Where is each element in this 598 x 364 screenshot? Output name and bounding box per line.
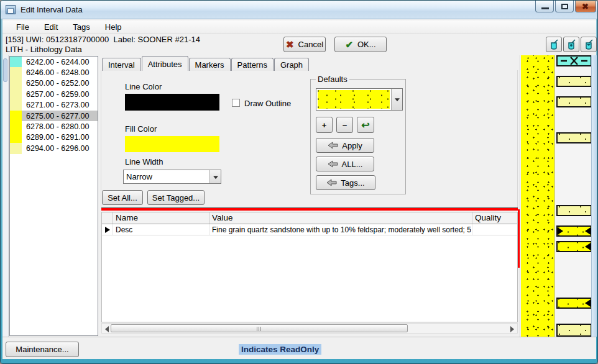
list-item[interactable]: 6275.00 - 6277.00 — [10, 111, 98, 121]
well-marker-icon — [566, 39, 576, 50]
default-pattern-select[interactable] — [316, 88, 403, 111]
lithology-interval-box[interactable] — [556, 225, 592, 237]
minimize-button[interactable] — [535, 1, 554, 12]
name-column-header: Name — [113, 212, 209, 224]
lithology-fill-column — [521, 55, 555, 337]
value-cell[interactable]: Fine grain quartz sandstone with up to 1… — [209, 224, 472, 235]
arrow-left-icon — [328, 160, 338, 168]
interval-list: 6242.00 - 6244.006246.00 - 6248.006250.0… — [9, 56, 98, 336]
undo-default-button[interactable]: ↩ — [357, 117, 374, 133]
tags-label: Tags... — [341, 178, 364, 188]
interval-left-arrow-icon — [558, 227, 563, 235]
arrow-left-icon — [328, 142, 338, 149]
window-title: Edit Interval Data — [21, 5, 83, 14]
ok-check-icon: ✔ — [345, 39, 353, 50]
add-default-button[interactable]: + — [316, 117, 333, 133]
cancel-label: Cancel — [298, 40, 323, 49]
line-color-swatch[interactable] — [125, 94, 219, 111]
row-marker-icon — [105, 227, 110, 233]
interval-range-label: 6257.00 - 6259.00 — [22, 89, 98, 99]
uwi-label: [153] UWI: 05123187700000 Label: SOONER … — [6, 35, 200, 44]
ok-button[interactable]: ✔ OK... — [334, 37, 387, 52]
quality-cell — [472, 224, 517, 235]
app-icon — [6, 5, 16, 14]
interval-color-swatch — [10, 132, 22, 143]
set-tagged-button[interactable]: Set Tagged... — [147, 190, 205, 205]
track-vertical-scrollbar[interactable] — [591, 55, 597, 337]
default-pattern-dropdown-button[interactable] — [391, 89, 402, 110]
lithology-interval-box[interactable] — [556, 76, 592, 87]
line-width-select[interactable]: Narrow — [123, 170, 221, 184]
list-item[interactable]: 6257.00 - 6259.00 — [10, 89, 98, 99]
maintenance-button[interactable]: Maintenance... — [6, 342, 79, 357]
list-item[interactable]: 6271.00 - 6273.00 — [10, 100, 98, 111]
fill-color-label: Fill Color — [125, 124, 157, 134]
maximize-icon — [561, 4, 568, 9]
scroll-right-icon[interactable] — [510, 326, 514, 332]
apply-defaults-button[interactable]: Apply — [316, 138, 374, 153]
lithology-interval-box[interactable] — [556, 241, 592, 252]
tab-attributes[interactable]: Attributes — [142, 56, 188, 71]
well-tool-button-3[interactable] — [581, 37, 597, 52]
tab-interval[interactable]: Interval — [102, 58, 141, 71]
tab-markers[interactable]: Markers — [189, 58, 231, 71]
tab-patterns[interactable]: Patterns — [231, 58, 274, 71]
well-tool-button-1[interactable] — [546, 37, 562, 52]
interval-color-swatch — [10, 143, 22, 153]
lithology-interval-box[interactable] — [556, 55, 592, 66]
list-item[interactable]: 6294.00 - 6296.00 — [10, 143, 98, 153]
draw-outline-checkbox[interactable] — [232, 99, 240, 107]
interval-range-label: 6289.00 - 6291.00 — [22, 132, 98, 143]
default-pattern-preview — [318, 90, 390, 109]
line-width-label: Line Width — [125, 157, 163, 166]
list-item[interactable]: 6289.00 - 6291.00 — [10, 132, 98, 143]
list-item[interactable]: 6250.00 - 6252.00 — [10, 78, 98, 89]
lithology-interval-box[interactable] — [556, 205, 592, 216]
interval-color-swatch — [10, 111, 22, 121]
lithology-interval-box[interactable] — [556, 96, 592, 107]
well-marker-icon — [584, 39, 594, 50]
interval-range-label: 6246.00 - 6248.00 — [22, 67, 98, 78]
close-button[interactable]: ✖ — [575, 1, 596, 12]
menu-tags[interactable]: Tags — [65, 20, 97, 34]
horizontal-scrollbar-thumb[interactable] — [111, 324, 408, 332]
list-scrollbar[interactable] — [2, 55, 9, 337]
interval-color-swatch — [10, 100, 22, 111]
cancel-button[interactable]: ✖ Cancel — [283, 37, 326, 52]
lithology-interval-box[interactable] — [556, 298, 592, 309]
set-all-label: Set All... — [108, 193, 137, 202]
table-row[interactable]: DescFine grain quartz sandstone with up … — [102, 224, 517, 235]
minimize-icon — [541, 7, 549, 9]
fill-color-swatch[interactable] — [125, 136, 219, 152]
quality-column-header: Quality — [472, 212, 517, 224]
maximize-button[interactable] — [555, 1, 574, 12]
menu-help[interactable]: Help — [98, 20, 129, 34]
line-color-label: Line Color — [125, 82, 162, 91]
defaults-groupbox: Defaults + − ↩ Apply ALL... — [310, 79, 406, 194]
list-item[interactable]: 6278.00 - 6280.00 — [10, 121, 98, 132]
tab-graph[interactable]: Graph — [274, 58, 309, 71]
attributes-table: Name Value Quality DescFine grain quartz… — [101, 212, 518, 322]
scroll-left-icon[interactable] — [105, 326, 109, 332]
red-separator-line — [101, 207, 518, 211]
list-scrollbar-thumb[interactable] — [3, 58, 7, 82]
list-item[interactable]: 6242.00 - 6244.00 — [10, 57, 98, 67]
lithology-interval-box[interactable] — [556, 324, 592, 337]
menu-edit[interactable]: Edit — [37, 20, 65, 34]
well-tool-button-2[interactable] — [563, 37, 579, 52]
curve-label: LITH - Lithology Data — [6, 45, 82, 54]
set-all-button[interactable]: Set All... — [102, 190, 143, 205]
draw-outline-label: Draw Outline — [244, 99, 291, 108]
apply-tags-button[interactable]: Tags... — [316, 175, 375, 190]
remove-default-button[interactable]: − — [336, 117, 353, 133]
chevron-down-icon — [395, 98, 400, 101]
interval-right-arrow-icon — [585, 227, 591, 235]
menu-bar: FileEditTagsHelp — [2, 20, 596, 34]
lithology-interval-box[interactable] — [556, 132, 592, 143]
apply-all-button[interactable]: ALL... — [316, 157, 374, 171]
menu-file[interactable]: File — [9, 20, 37, 34]
table-horizontal-scrollbar[interactable] — [101, 323, 518, 334]
list-item[interactable]: 6246.00 - 6248.00 — [10, 67, 98, 78]
line-width-dropdown-button[interactable] — [209, 170, 221, 183]
name-cell: Desc — [113, 224, 209, 235]
